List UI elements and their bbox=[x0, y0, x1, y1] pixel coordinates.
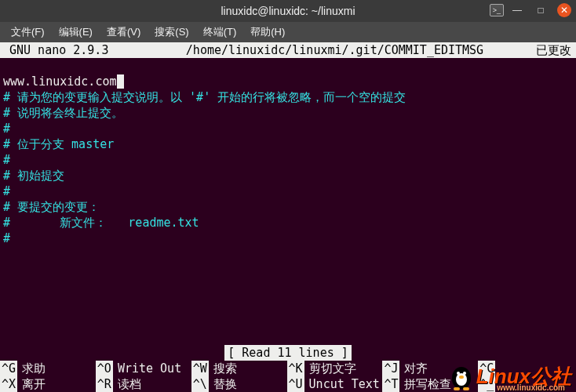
menu-edit[interactable]: 编辑(E) bbox=[53, 23, 99, 42]
menu-view[interactable]: 查看(V) bbox=[100, 23, 147, 42]
hotkey-read[interactable]: ^R读档 bbox=[96, 376, 191, 392]
blank-line bbox=[3, 58, 573, 74]
minimize-button[interactable]: — bbox=[510, 3, 524, 17]
window-title: linuxidc@linuxidc: ~/linuxmi bbox=[221, 5, 355, 17]
hotkey-uncut[interactable]: ^UUncut Text bbox=[287, 376, 383, 392]
hotkey-spell[interactable]: ^T拼写检查 bbox=[382, 376, 478, 392]
comment-line: # bbox=[3, 152, 573, 168]
nano-modified: 已更改 bbox=[536, 42, 576, 58]
terminal[interactable]: GNU nano 2.9.3 /home/linuxidc/linuxmi/.g… bbox=[0, 42, 576, 392]
nano-filepath: /home/linuxidc/linuxmi/.git/COMMIT_EDITM… bbox=[133, 42, 536, 58]
comment-line: # 要提交的变更： bbox=[3, 199, 573, 215]
hotkey-help[interactable]: ^G求助 bbox=[0, 361, 96, 376]
hotkey-writeout[interactable]: ^OWrite Out bbox=[96, 361, 191, 376]
hotkey-replace[interactable]: ^\替换 bbox=[191, 376, 287, 392]
comment-line: # 说明将会终止提交。 bbox=[3, 105, 573, 121]
hotkey-cut[interactable]: ^K剪切文字 bbox=[287, 361, 383, 376]
nano-status: [ Read 11 lines ] bbox=[0, 345, 576, 361]
nano-appname: GNU nano 2.9.3 bbox=[0, 42, 133, 58]
comment-line: # 请为您的变更输入提交说明。以 '#' 开始的行将被忽略，而一个空的提交 bbox=[3, 89, 573, 105]
hotkey-search[interactable]: ^W搜索 bbox=[191, 361, 287, 376]
nano-editor-area[interactable]: www.linuxidc.com # 请为您的变更输入提交说明。以 '#' 开始… bbox=[0, 58, 576, 246]
terminal-icon: >_ bbox=[490, 4, 504, 16]
close-button[interactable]: ✕ bbox=[557, 3, 571, 17]
comment-line: # 新文件： readme.txt bbox=[3, 215, 573, 230]
input-line[interactable]: www.linuxidc.com bbox=[3, 74, 573, 89]
comment-line: # 初始提交 bbox=[3, 168, 573, 183]
menubar: 文件(F) 编辑(E) 查看(V) 搜索(S) 终端(T) 帮助(H) bbox=[0, 22, 576, 42]
maximize-button[interactable]: □ bbox=[534, 3, 548, 17]
comment-line: # bbox=[3, 183, 573, 199]
comment-line: # 位于分支 master bbox=[3, 136, 573, 152]
hotkey-curpos[interactable]: ^C bbox=[478, 361, 574, 376]
menu-file[interactable]: 文件(F) bbox=[5, 23, 51, 42]
window-titlebar: linuxidc@linuxidc: ~/linuxmi >_ — □ ✕ bbox=[0, 0, 576, 22]
comment-line: # bbox=[3, 230, 573, 246]
comment-line: # bbox=[3, 121, 573, 136]
menu-terminal[interactable]: 终端(T) bbox=[197, 23, 243, 42]
nano-header: GNU nano 2.9.3 /home/linuxidc/linuxmi/.g… bbox=[0, 42, 576, 58]
hotkey-exit[interactable]: ^X离开 bbox=[0, 376, 96, 392]
nano-hotkey-bar: ^G求助 ^OWrite Out ^W搜索 ^K剪切文字 ^J对齐 ^C ^X离… bbox=[0, 361, 576, 392]
menu-search[interactable]: 搜索(S) bbox=[148, 23, 195, 42]
hotkey-justify[interactable]: ^J对齐 bbox=[382, 361, 478, 376]
text-cursor bbox=[117, 74, 124, 89]
window-controls: — □ ✕ bbox=[510, 3, 571, 17]
hotkey-goto[interactable]: ^_ bbox=[478, 376, 574, 392]
menu-help[interactable]: 帮助(H) bbox=[244, 23, 291, 42]
